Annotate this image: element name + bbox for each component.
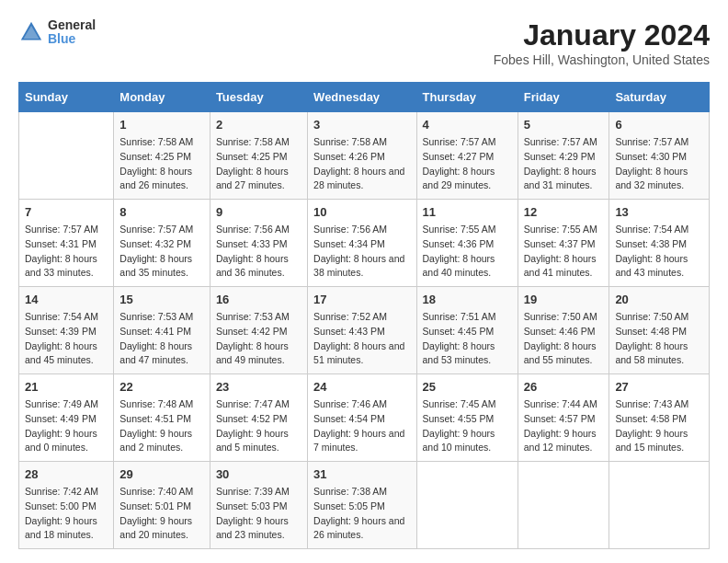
- day-number: 23: [216, 380, 301, 394]
- logo-general: General: [48, 18, 96, 32]
- day-info: Sunrise: 7:50 AMSunset: 4:46 PMDaylight:…: [524, 310, 604, 368]
- calendar-cell: 20Sunrise: 7:50 AMSunset: 4:48 PMDayligh…: [609, 287, 710, 374]
- day-number: 24: [313, 380, 410, 394]
- page-header: General Blue January 2024 Fobes Hill, Wa…: [18, 18, 710, 67]
- day-number: 9: [216, 205, 301, 219]
- calendar-cell: 25Sunrise: 7:45 AMSunset: 4:55 PMDayligh…: [416, 374, 518, 462]
- calendar-cell: 12Sunrise: 7:55 AMSunset: 4:37 PMDayligh…: [518, 200, 609, 287]
- day-number: 19: [524, 293, 604, 306]
- calendar-cell: 11Sunrise: 7:55 AMSunset: 4:36 PMDayligh…: [416, 200, 518, 287]
- calendar-cell: 19Sunrise: 7:50 AMSunset: 4:46 PMDayligh…: [518, 287, 609, 374]
- day-info: Sunrise: 7:54 AMSunset: 4:38 PMDaylight:…: [615, 223, 703, 281]
- calendar-cell: 7Sunrise: 7:57 AMSunset: 4:31 PMDaylight…: [19, 200, 114, 287]
- day-info: Sunrise: 7:52 AMSunset: 4:43 PMDaylight:…: [313, 310, 410, 368]
- day-info: Sunrise: 7:58 AMSunset: 4:25 PMDaylight:…: [216, 135, 301, 193]
- calendar-cell: [416, 462, 518, 549]
- day-number: 17: [313, 293, 410, 306]
- day-info: Sunrise: 7:57 AMSunset: 4:27 PMDaylight:…: [423, 135, 512, 193]
- col-header-monday: Monday: [114, 83, 210, 112]
- day-number: 26: [524, 380, 604, 394]
- calendar-cell: [19, 112, 114, 200]
- calendar-cell: 26Sunrise: 7:44 AMSunset: 4:57 PMDayligh…: [518, 374, 609, 462]
- day-info: Sunrise: 7:49 AMSunset: 4:49 PMDaylight:…: [25, 397, 108, 455]
- day-info: Sunrise: 7:44 AMSunset: 4:57 PMDaylight:…: [524, 397, 604, 455]
- day-info: Sunrise: 7:47 AMSunset: 4:52 PMDaylight:…: [216, 397, 301, 455]
- day-number: 1: [119, 118, 204, 132]
- calendar-cell: 28Sunrise: 7:42 AMSunset: 5:00 PMDayligh…: [19, 462, 114, 549]
- day-info: Sunrise: 7:56 AMSunset: 4:33 PMDaylight:…: [216, 223, 301, 281]
- col-header-saturday: Saturday: [609, 83, 710, 112]
- calendar-cell: 5Sunrise: 7:57 AMSunset: 4:29 PMDaylight…: [518, 112, 609, 200]
- day-info: Sunrise: 7:54 AMSunset: 4:39 PMDaylight:…: [25, 310, 108, 368]
- day-number: 7: [25, 205, 108, 219]
- day-info: Sunrise: 7:53 AMSunset: 4:41 PMDaylight:…: [119, 310, 204, 368]
- calendar-cell: 2Sunrise: 7:58 AMSunset: 4:25 PMDaylight…: [210, 112, 307, 200]
- calendar-cell: 1Sunrise: 7:58 AMSunset: 4:25 PMDaylight…: [114, 112, 210, 200]
- calendar-cell: [518, 462, 609, 549]
- day-info: Sunrise: 7:56 AMSunset: 4:34 PMDaylight:…: [313, 223, 410, 281]
- day-info: Sunrise: 7:42 AMSunset: 5:00 PMDaylight:…: [25, 485, 108, 543]
- day-number: 21: [25, 380, 108, 394]
- calendar-cell: 15Sunrise: 7:53 AMSunset: 4:41 PMDayligh…: [114, 287, 210, 374]
- calendar-header-row: SundayMondayTuesdayWednesdayThursdayFrid…: [19, 83, 710, 112]
- calendar-cell: 30Sunrise: 7:39 AMSunset: 5:03 PMDayligh…: [210, 462, 307, 549]
- calendar-table: SundayMondayTuesdayWednesdayThursdayFrid…: [18, 82, 710, 549]
- calendar-cell: 29Sunrise: 7:40 AMSunset: 5:01 PMDayligh…: [114, 462, 210, 549]
- calendar-cell: 4Sunrise: 7:57 AMSunset: 4:27 PMDaylight…: [416, 112, 518, 200]
- day-info: Sunrise: 7:58 AMSunset: 4:25 PMDaylight:…: [119, 135, 204, 193]
- day-number: 3: [313, 118, 410, 132]
- calendar-cell: 10Sunrise: 7:56 AMSunset: 4:34 PMDayligh…: [308, 200, 416, 287]
- page-subtitle: Fobes Hill, Washington, United States: [494, 52, 710, 67]
- day-number: 4: [423, 118, 512, 132]
- calendar-cell: 18Sunrise: 7:51 AMSunset: 4:45 PMDayligh…: [416, 287, 518, 374]
- day-number: 5: [524, 118, 604, 132]
- calendar-week-row: 7Sunrise: 7:57 AMSunset: 4:31 PMDaylight…: [19, 200, 710, 287]
- day-info: Sunrise: 7:55 AMSunset: 4:37 PMDaylight:…: [524, 223, 604, 281]
- day-info: Sunrise: 7:55 AMSunset: 4:36 PMDaylight:…: [423, 223, 512, 281]
- day-number: 10: [313, 205, 410, 219]
- logo-icon: [18, 19, 44, 45]
- day-number: 15: [119, 293, 204, 306]
- day-info: Sunrise: 7:57 AMSunset: 4:29 PMDaylight:…: [524, 135, 604, 193]
- day-info: Sunrise: 7:53 AMSunset: 4:42 PMDaylight:…: [216, 310, 301, 368]
- day-info: Sunrise: 7:48 AMSunset: 4:51 PMDaylight:…: [119, 397, 204, 455]
- calendar-week-row: 21Sunrise: 7:49 AMSunset: 4:49 PMDayligh…: [19, 374, 710, 462]
- day-number: 29: [119, 467, 204, 481]
- day-number: 31: [313, 467, 410, 481]
- calendar-cell: 3Sunrise: 7:58 AMSunset: 4:26 PMDaylight…: [308, 112, 416, 200]
- day-number: 2: [216, 118, 301, 132]
- day-number: 14: [25, 293, 108, 306]
- logo: General Blue: [18, 18, 96, 47]
- day-info: Sunrise: 7:46 AMSunset: 4:54 PMDaylight:…: [313, 397, 410, 455]
- day-info: Sunrise: 7:43 AMSunset: 4:58 PMDaylight:…: [615, 397, 703, 455]
- calendar-cell: 31Sunrise: 7:38 AMSunset: 5:05 PMDayligh…: [308, 462, 416, 549]
- day-info: Sunrise: 7:45 AMSunset: 4:55 PMDaylight:…: [423, 397, 512, 455]
- day-number: 6: [615, 118, 703, 132]
- calendar-cell: 23Sunrise: 7:47 AMSunset: 4:52 PMDayligh…: [210, 374, 307, 462]
- calendar-week-row: 1Sunrise: 7:58 AMSunset: 4:25 PMDaylight…: [19, 112, 710, 200]
- day-info: Sunrise: 7:39 AMSunset: 5:03 PMDaylight:…: [216, 485, 301, 543]
- col-header-thursday: Thursday: [416, 83, 518, 112]
- day-number: 16: [216, 293, 301, 306]
- day-number: 8: [119, 205, 204, 219]
- calendar-cell: 8Sunrise: 7:57 AMSunset: 4:32 PMDaylight…: [114, 200, 210, 287]
- day-number: 30: [216, 467, 301, 481]
- day-number: 22: [119, 380, 204, 394]
- calendar-cell: 13Sunrise: 7:54 AMSunset: 4:38 PMDayligh…: [609, 200, 710, 287]
- col-header-friday: Friday: [518, 83, 609, 112]
- calendar-week-row: 28Sunrise: 7:42 AMSunset: 5:00 PMDayligh…: [19, 462, 710, 549]
- col-header-tuesday: Tuesday: [210, 83, 307, 112]
- day-number: 18: [423, 293, 512, 306]
- day-number: 28: [25, 467, 108, 481]
- calendar-cell: 21Sunrise: 7:49 AMSunset: 4:49 PMDayligh…: [19, 374, 114, 462]
- day-info: Sunrise: 7:50 AMSunset: 4:48 PMDaylight:…: [615, 310, 703, 368]
- calendar-cell: 22Sunrise: 7:48 AMSunset: 4:51 PMDayligh…: [114, 374, 210, 462]
- day-info: Sunrise: 7:38 AMSunset: 5:05 PMDaylight:…: [313, 485, 410, 543]
- calendar-cell: 16Sunrise: 7:53 AMSunset: 4:42 PMDayligh…: [210, 287, 307, 374]
- day-number: 27: [615, 380, 703, 394]
- day-number: 12: [524, 205, 604, 219]
- calendar-cell: [609, 462, 710, 549]
- logo-text: General Blue: [48, 18, 96, 47]
- col-header-sunday: Sunday: [19, 83, 114, 112]
- calendar-cell: 17Sunrise: 7:52 AMSunset: 4:43 PMDayligh…: [308, 287, 416, 374]
